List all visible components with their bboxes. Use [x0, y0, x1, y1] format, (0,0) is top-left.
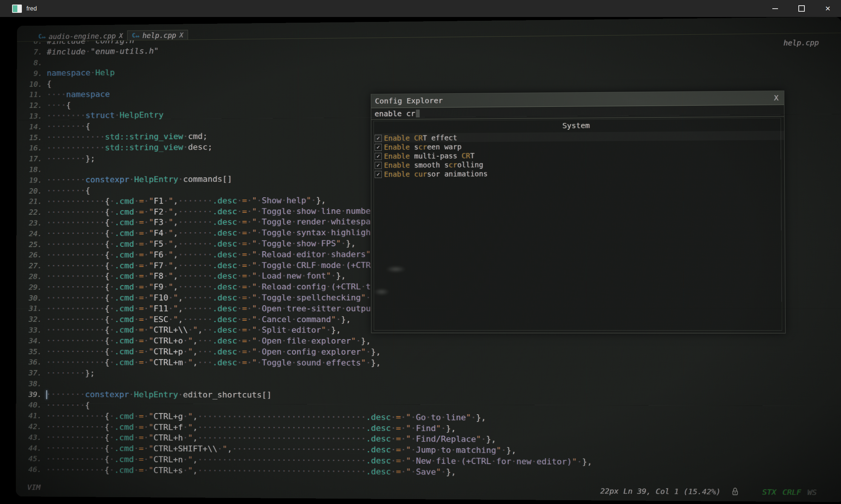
flag-WS: WS	[807, 488, 817, 497]
status-bar: VIM 22px Ln 39, Col 1 (15.42%) STXCRLFWS	[16, 482, 841, 498]
line-number: 20.	[17, 186, 42, 195]
line-number: 36.	[16, 358, 42, 367]
line-number: 18.	[17, 165, 42, 174]
config-option-list: ✓Enable CRT effect✓Enable screen warp✓En…	[371, 131, 784, 179]
flag-CRLF: CRLF	[783, 487, 801, 497]
line-number: 32.	[16, 315, 42, 324]
code-line-text: ············{·.cmd·=·"F3·",·······.desc·…	[46, 217, 401, 227]
checkbox[interactable]: ✓	[375, 144, 382, 151]
code-line-text: ············{·.cmd·=·"F10·",······.desc·…	[46, 293, 381, 302]
code-line-text: #include·"enum-utils.h"	[47, 46, 159, 57]
line-number: 43.	[16, 433, 42, 442]
code-line-text: {	[47, 79, 52, 89]
line-number: 10.	[17, 80, 42, 89]
line-number: 37.	[16, 368, 42, 377]
app-icon	[12, 5, 22, 13]
tab-audio-engine.cpp[interactable]: C++audio-engine.cppX	[34, 31, 127, 41]
code-line-text: ········struct·HelpEntry	[47, 110, 164, 120]
cursor-position-info: 22px Ln 39, Col 1 (15.42%)	[600, 486, 721, 496]
crt-screen: 6.#include·"config.h"7.#include·"enum-ut…	[0, 17, 841, 504]
line-number: 15.	[17, 133, 42, 142]
maximize-icon	[798, 5, 805, 12]
code-line-text: ····{	[47, 100, 71, 110]
popup-body: System ✓Enable CRT effect✓Enable screen …	[371, 116, 785, 333]
code-line-text: namespace·Help	[47, 68, 115, 78]
code-line-text: ············{·.cmd·=·"F1·",·······.desc·…	[46, 195, 326, 206]
code-line-text: ············{·.cmd·=·"F5·",·······.desc·…	[46, 239, 356, 249]
checkbox[interactable]: ✓	[375, 152, 382, 160]
checkbox[interactable]: ✓	[375, 161, 382, 169]
code-line-text: ············{·.cmd·=·"CTRL+\\·",··.desc·…	[46, 325, 341, 335]
code-line-text: ············{·.cmd·=·"F9·",·······.desc·…	[46, 282, 426, 292]
config-option-label: Enable multi-pass CRT	[384, 151, 475, 160]
code-line-text: ········};	[46, 368, 95, 378]
config-option[interactable]: ✓Enable cursor animations	[375, 167, 784, 179]
code-line-text: ············{·.cmd·=·"F6·",·······.desc·…	[46, 249, 386, 260]
line-number: 23.	[17, 218, 42, 227]
window-title: fred	[26, 5, 37, 12]
line-number: 42.	[16, 422, 42, 431]
code-line: 34.············{·.cmd·=·"CTRL+o·",···.de…	[16, 335, 841, 347]
code-line-text: ········{	[46, 400, 90, 410]
code-line-text: ············{·.cmd·=·"CTRL+h·",·········…	[46, 433, 496, 444]
code-line-text: ············{·.cmd·=·"F7·",·······.desc·…	[46, 260, 426, 270]
flag-STX: STX	[762, 487, 776, 497]
code-line-text: ········{	[47, 121, 91, 131]
code-line-text: ············{·.cmd·=·"ESC·",······.desc·…	[46, 315, 351, 324]
code-line-text: ············{·.cmd·=·"F4·",·······.desc·…	[46, 227, 411, 238]
line-number: 24.	[17, 229, 42, 238]
code-line-text: ············std::string_view·desc;	[47, 142, 213, 152]
checkbox[interactable]: ✓	[375, 171, 382, 178]
code-line-text: ············{·.cmd·=·"CTRL+g·",·········…	[46, 411, 486, 422]
config-option-label: Enable CRT effect	[384, 134, 457, 142]
code-line-text: ············std::string_view·cmd;	[47, 131, 208, 142]
line-number: 9.	[17, 69, 42, 78]
tab-help.cpp[interactable]: C++help.cppX	[127, 30, 188, 40]
line-number: 35.	[16, 347, 42, 356]
popup-close-icon[interactable]: X	[774, 91, 779, 104]
line-number: 17.	[17, 154, 42, 163]
close-button[interactable]: ✕	[815, 0, 841, 17]
tab-close-icon[interactable]: X	[119, 32, 123, 39]
code-line-text: ········{	[46, 186, 90, 195]
code-line-text: ············{·.cmd·=·"CTRL+f·",·········…	[46, 422, 456, 433]
code-line-text: ········};	[46, 154, 95, 163]
ghost-artifact	[386, 266, 406, 272]
file-flags: STXCRLFWS	[762, 487, 817, 497]
editor-viewport: 6.#include·"config.h"7.#include·"enum-ut…	[16, 17, 841, 502]
line-number: 12.	[17, 101, 42, 110]
minimize-icon	[772, 8, 778, 9]
line-number: 7.	[17, 48, 43, 57]
line-number: 14.	[17, 122, 42, 131]
window-controls: ✕	[762, 0, 841, 17]
cpp-file-icon: C++	[132, 32, 139, 39]
minimize-button[interactable]	[762, 0, 788, 17]
code-line-text: ············{·.cmd·=·"CTRL+SHIFT+\\·",··…	[46, 443, 517, 455]
line-number: 41.	[16, 411, 42, 420]
ghost-artifact	[374, 289, 389, 295]
vim-mode-indicator: VIM	[27, 483, 40, 492]
tab-label: help.cpp	[142, 31, 176, 40]
line-number: 27.	[16, 261, 42, 270]
tab-close-icon[interactable]: X	[180, 31, 183, 39]
text-cursor	[416, 110, 420, 117]
line-number: 44.	[16, 443, 42, 452]
line-number: 28.	[16, 272, 42, 281]
code-line-text: ············{·.cmd·=·"CTRL+p·",···.desc·…	[46, 347, 381, 356]
section-header: System	[371, 120, 784, 132]
code-line-text: ········constexpr·HelpEntry·editor_short…	[46, 389, 272, 400]
line-number: 45.	[16, 454, 42, 463]
line-number: 19.	[17, 175, 42, 184]
code-line-text: ············{·.cmd·=·"CTRL+m·",···.desc·…	[46, 357, 381, 367]
config-option-label: Enable cursor animations	[384, 169, 487, 178]
line-number: 34.	[16, 336, 42, 345]
line-number: 39.	[16, 390, 42, 399]
checkbox[interactable]: ✓	[375, 135, 382, 142]
active-file-indicator: help.cpp	[784, 38, 819, 47]
config-explorer-popup: Config Explorer X enable cr System ✓Enab…	[371, 91, 786, 333]
maximize-button[interactable]	[788, 0, 815, 17]
code-line-text: ············{·.cmd·=·"CTRL+o·",···.desc·…	[46, 336, 371, 346]
popup-title: Config Explorer	[375, 96, 443, 105]
tab-label: audio-engine.cpp	[49, 32, 116, 41]
code-line-text: ············{·.cmd·=·"CTRL+s·",·········…	[46, 465, 456, 476]
